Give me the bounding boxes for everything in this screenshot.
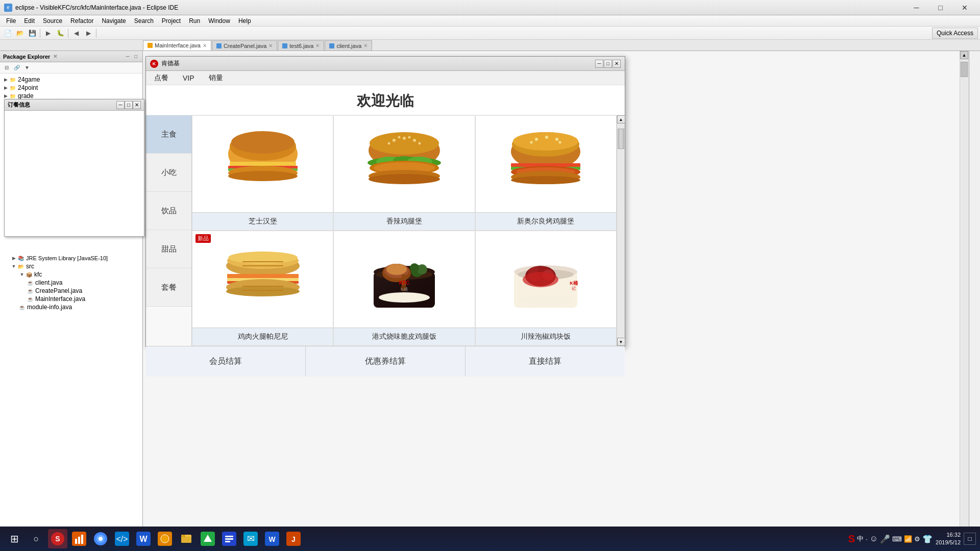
taskbar-app-blue2[interactable]	[219, 529, 239, 548]
tb-open[interactable]: 📂	[14, 28, 26, 39]
kfc-maximize[interactable]: □	[604, 60, 612, 68]
close-button[interactable]: ✕	[953, 1, 976, 15]
checkout-coupon[interactable]: 优惠券结算	[306, 346, 465, 377]
menu-edit[interactable]: Edit	[20, 16, 39, 26]
menu-project[interactable]: Project	[158, 16, 185, 26]
svg-text:</>: </>	[116, 535, 128, 543]
cat-tianpin[interactable]: 甜品	[146, 230, 191, 268]
tree-item-client[interactable]: ☕ client.java	[2, 279, 140, 287]
tree-item-kfc[interactable]: ▼ 📦 kfc	[2, 270, 140, 279]
minimize-button[interactable]: ─	[905, 1, 928, 15]
menu-navigate[interactable]: Navigate	[97, 16, 130, 26]
menu-help[interactable]: Help	[234, 16, 255, 26]
tab-client[interactable]: client.java ✕	[325, 40, 372, 51]
tree-collapse-btn[interactable]: ⊟	[2, 63, 11, 72]
cat-taocan[interactable]: 套餐	[146, 268, 191, 307]
panel-maximize[interactable]: □	[132, 53, 139, 60]
taskbar-app-green[interactable]	[198, 529, 217, 548]
cat-xiaochi[interactable]: 小吃	[146, 154, 191, 192]
tab-close-test6[interactable]: ✕	[315, 43, 320, 48]
start-button[interactable]: ⊞	[4, 529, 24, 549]
food-item-panini[interactable]: 新品	[192, 231, 333, 346]
cat-zhushi[interactable]: 主食	[146, 115, 191, 154]
tb-save[interactable]: 💾	[27, 28, 38, 39]
checkout-member[interactable]: 会员结算	[146, 346, 306, 377]
taskbar-app-files[interactable]	[177, 529, 196, 548]
food-img-panini	[192, 231, 333, 328]
scrollbar-track[interactable]	[617, 123, 625, 338]
tb-prev[interactable]: ◀	[70, 28, 82, 39]
scrollbar-thumb[interactable]	[618, 129, 624, 149]
tree-item-24point[interactable]: ▶ 📁 24point	[2, 84, 140, 92]
ime-dot-icon: ·	[866, 535, 868, 543]
tree-item-jre2[interactable]: ▶ 📚 JRE System Library [JavaSE-10]	[2, 254, 140, 262]
cat-yinpin[interactable]: 饮品	[146, 192, 191, 230]
kfc-menu-order[interactable]: 点餐	[151, 71, 172, 85]
taskbar-app-cyan[interactable]: ✉	[241, 529, 260, 548]
tb-run[interactable]: ▶	[42, 28, 54, 39]
tab-close-create[interactable]: ✕	[268, 43, 273, 48]
panel-minimize[interactable]: ─	[124, 53, 131, 60]
tree-label-jre2: JRE System Library [JavaSE-10]	[26, 255, 108, 261]
kfc-menu-sales[interactable]: 销量	[206, 71, 226, 85]
food-scrollbar[interactable]: ▲ ▼	[617, 115, 625, 346]
scrollbar-up[interactable]: ▲	[617, 115, 625, 123]
tree-item-create[interactable]: ☕ CreatePanel.java	[2, 287, 140, 295]
tab-main-interface[interactable]: MainInterface.java ✕	[143, 40, 211, 51]
food-item-orleans-burger[interactable]: 新奥尔良烤鸡腿堡	[475, 115, 617, 231]
food-item-sichuan-rice[interactable]: K桶 记 川辣泡椒鸡块饭	[475, 231, 617, 346]
taskbar-app-red[interactable]: S	[48, 529, 67, 548]
tree-item-src[interactable]: ▼ 📂 src	[2, 262, 140, 270]
tb-new[interactable]: 📄	[2, 28, 13, 39]
taskbar-clock[interactable]: 16:32 2019/5/12	[936, 531, 961, 547]
kfc-menu-vip[interactable]: VIP	[180, 72, 198, 84]
checkout-direct[interactable]: 直接结算	[465, 346, 625, 377]
kfc-minimize[interactable]: ─	[595, 60, 603, 68]
order-close[interactable]: ✕	[133, 101, 141, 109]
taskbar-search[interactable]: ○	[27, 529, 46, 548]
tree-menu-btn[interactable]: ▼	[22, 63, 32, 72]
editor-vscrollbar[interactable]: ▲	[960, 51, 969, 539]
quick-access-button[interactable]: Quick Access	[932, 28, 978, 39]
food-item-cheeseburger[interactable]: 芝士汉堡	[192, 115, 333, 231]
menu-refactor[interactable]: Refactor	[66, 16, 97, 26]
taskbar-app-word2[interactable]: W	[262, 529, 282, 548]
taskbar-app-chart[interactable]	[69, 529, 89, 548]
notification-btn[interactable]: □	[964, 533, 976, 545]
tb-next[interactable]: ▶	[83, 28, 94, 39]
svg-point-13	[387, 142, 390, 144]
kfc-close[interactable]: ✕	[612, 60, 621, 68]
scrollbar-down[interactable]: ▼	[617, 338, 625, 346]
red-app-icon: S	[51, 532, 65, 546]
editor-scroll-up[interactable]: ▲	[960, 51, 968, 59]
library-icon-jre2: 📚	[17, 255, 24, 262]
menu-run[interactable]: Run	[185, 16, 204, 26]
food-item-spicy-burger[interactable]: 香辣鸡腿堡	[333, 115, 475, 231]
tb-debug[interactable]: 🐛	[55, 28, 66, 39]
menu-file[interactable]: File	[2, 16, 20, 26]
tree-link-btn[interactable]: 🔗	[12, 63, 21, 72]
menu-window[interactable]: Window	[204, 16, 234, 26]
arrow-src: ▼	[10, 263, 17, 270]
tab-create-panel[interactable]: CreatePanel.java ✕	[212, 40, 277, 51]
tree-item-module[interactable]: ☕ module-info.java	[2, 303, 140, 311]
taskbar-app-orange[interactable]	[155, 529, 175, 548]
menu-source[interactable]: Source	[39, 16, 66, 26]
maximize-button[interactable]: □	[929, 1, 952, 15]
menu-search[interactable]: Search	[130, 16, 158, 26]
food-item-hk-rice[interactable]: KFC K桶 港式烧味脆皮鸡腿饭	[333, 231, 475, 346]
editor-scroll-thumb[interactable]	[961, 62, 968, 77]
editor-scroll-track[interactable]	[960, 62, 969, 77]
tree-item-24game[interactable]: ▶ 📁 24game	[2, 76, 140, 84]
tab-close-client[interactable]: ✕	[363, 43, 368, 48]
order-minimize[interactable]: ─	[116, 101, 125, 109]
order-maximize[interactable]: □	[125, 101, 133, 109]
svg-point-14	[398, 136, 400, 138]
tab-test6[interactable]: test6.java ✕	[278, 40, 324, 51]
taskbar-app-java[interactable]: J	[284, 529, 303, 548]
taskbar-app-word[interactable]: W	[134, 529, 153, 548]
tab-close-main[interactable]: ✕	[203, 43, 207, 48]
taskbar-app-browser[interactable]	[91, 529, 110, 548]
tree-item-main[interactable]: ☕ MainInterface.java	[2, 295, 140, 303]
taskbar-app-vscode[interactable]: </>	[112, 529, 132, 548]
